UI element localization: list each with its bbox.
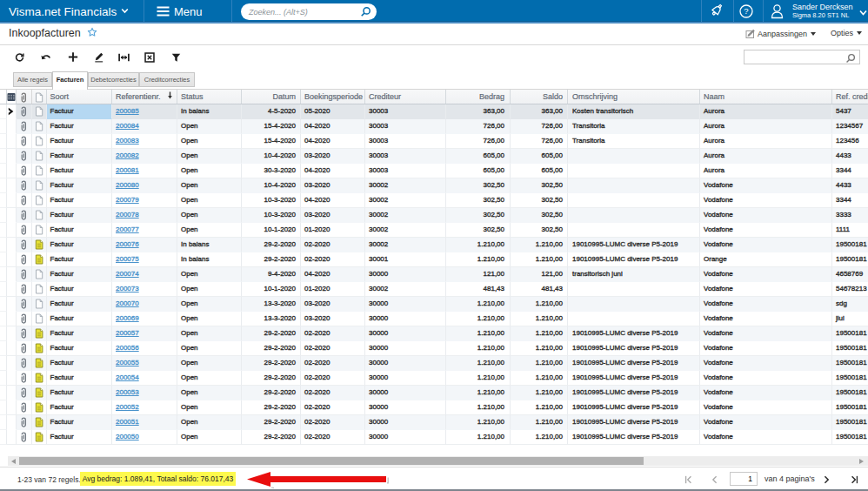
svg-text:?: ?	[744, 6, 748, 16]
